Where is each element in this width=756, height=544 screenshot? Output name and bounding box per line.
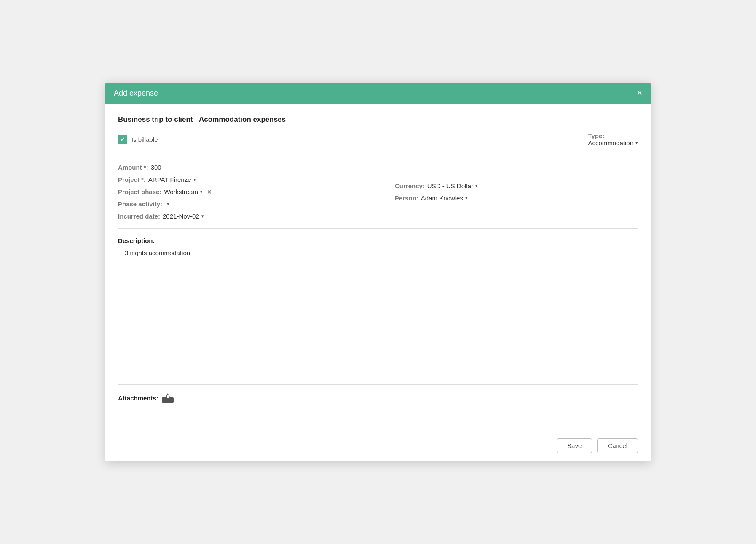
attachments-label: Attachments: bbox=[118, 395, 158, 402]
project-phase-value: Workstream bbox=[164, 188, 198, 195]
save-button[interactable]: Save bbox=[557, 438, 592, 453]
project-row: Project *: ARPAT Firenze ▾ bbox=[118, 176, 361, 183]
billable-type-section: Is billable Type: Accommodation ▾ bbox=[118, 132, 638, 155]
project-value: ARPAT Firenze bbox=[148, 176, 191, 183]
project-phase-dropdown-arrow: ▾ bbox=[200, 189, 203, 195]
type-dropdown[interactable]: Accommodation ▾ bbox=[588, 139, 638, 147]
incurred-date-row: Incurred date: 2021-Nov-02 ▾ bbox=[118, 213, 361, 220]
type-value: Accommodation bbox=[588, 139, 633, 147]
svg-rect-2 bbox=[167, 395, 169, 398]
person-value: Adam Knowles bbox=[421, 195, 463, 202]
project-phase-label: Project phase: bbox=[118, 188, 161, 195]
description-section: Description: 3 nights acommodation bbox=[118, 237, 638, 385]
phase-activity-dropdown[interactable]: ▾ bbox=[165, 201, 169, 207]
phase-activity-dropdown-arrow: ▾ bbox=[167, 201, 169, 207]
upload-icon[interactable] bbox=[162, 393, 174, 403]
currency-dropdown-arrow: ▾ bbox=[475, 183, 478, 189]
attachments-section: Attachments: bbox=[118, 393, 638, 411]
dialog-footer: Save Cancel bbox=[105, 432, 651, 461]
currency-dropdown[interactable]: USD - US Dollar ▾ bbox=[427, 182, 478, 189]
incurred-date-picker[interactable]: 2021-Nov-02 ▾ bbox=[163, 213, 204, 220]
incurred-date-dropdown-arrow: ▾ bbox=[201, 213, 204, 219]
project-phase-dropdown[interactable]: Workstream ▾ bbox=[164, 188, 203, 195]
incurred-date-label: Incurred date: bbox=[118, 213, 160, 220]
is-billable-label: Is billable bbox=[131, 136, 158, 143]
currency-row: Currency: USD - US Dollar ▾ bbox=[395, 182, 638, 189]
person-dropdown-arrow: ▾ bbox=[465, 195, 468, 201]
description-title: Description: bbox=[118, 237, 638, 244]
dialog-body: Business trip to client - Acommodation e… bbox=[105, 104, 651, 432]
project-dropdown[interactable]: ARPAT Firenze ▾ bbox=[148, 176, 196, 183]
phase-activity-row: Phase activity: ▾ bbox=[118, 200, 361, 208]
description-text: 3 nights acommodation bbox=[118, 249, 638, 256]
fields-section: Amount *: 300 Project *: ARPAT Firenze ▾… bbox=[118, 164, 638, 229]
attachments-row: Attachments: bbox=[118, 393, 638, 403]
type-field: Type: Accommodation ▾ bbox=[588, 132, 638, 147]
amount-label: Amount *: bbox=[118, 164, 148, 171]
form-title: Business trip to client - Acommodation e… bbox=[118, 115, 638, 124]
is-billable-checkbox[interactable] bbox=[118, 135, 127, 144]
add-expense-dialog: Add expense × Business trip to client - … bbox=[105, 83, 651, 461]
currency-label: Currency: bbox=[395, 182, 425, 189]
phase-activity-label: Phase activity: bbox=[118, 200, 162, 208]
project-label: Project *: bbox=[118, 176, 146, 183]
billable-type-row: Is billable Type: Accommodation ▾ bbox=[118, 132, 638, 147]
fields-right: Currency: USD - US Dollar ▾ Person: Adam… bbox=[378, 164, 638, 220]
cancel-button[interactable]: Cancel bbox=[597, 438, 638, 453]
project-phase-clear-button[interactable]: ✕ bbox=[207, 189, 212, 195]
dialog-title: Add expense bbox=[114, 89, 158, 98]
person-label: Person: bbox=[395, 195, 418, 202]
person-dropdown[interactable]: Adam Knowles ▾ bbox=[421, 195, 468, 202]
fields-left: Amount *: 300 Project *: ARPAT Firenze ▾… bbox=[118, 164, 378, 220]
project-dropdown-arrow: ▾ bbox=[193, 177, 196, 182]
dialog-header: Add expense × bbox=[105, 83, 651, 104]
amount-value: 300 bbox=[151, 164, 161, 171]
project-phase-row: Project phase: Workstream ▾ ✕ bbox=[118, 188, 361, 195]
incurred-date-value: 2021-Nov-02 bbox=[163, 213, 199, 220]
close-button[interactable]: × bbox=[637, 88, 642, 98]
person-row: Person: Adam Knowles ▾ bbox=[395, 195, 638, 202]
type-label: Type: bbox=[588, 132, 604, 139]
fields-grid: Amount *: 300 Project *: ARPAT Firenze ▾… bbox=[118, 164, 638, 220]
currency-value: USD - US Dollar bbox=[427, 182, 473, 189]
billable-left: Is billable bbox=[118, 135, 158, 144]
type-dropdown-arrow: ▾ bbox=[635, 140, 638, 146]
amount-row: Amount *: 300 bbox=[118, 164, 361, 171]
